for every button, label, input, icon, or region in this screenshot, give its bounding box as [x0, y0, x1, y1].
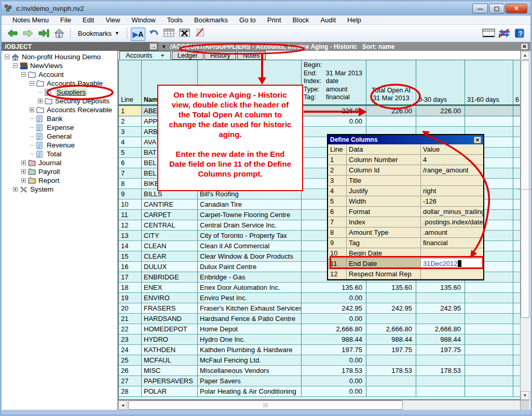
forward-icon[interactable] [21, 26, 35, 40]
line-number-cell[interactable]: 1 [119, 106, 142, 116]
tree-item-report[interactable]: Report [2, 176, 117, 185]
dialog-data-cell[interactable]: Title [347, 176, 421, 186]
days-61-cell[interactable] [513, 147, 520, 157]
days-31-60-cell[interactable] [465, 116, 513, 126]
undo-icon[interactable] [146, 25, 161, 39]
dialog-value-cell[interactable]: /range_amount [421, 165, 483, 176]
goto-last-icon[interactable] [36, 26, 51, 40]
days-0-30-cell[interactable] [416, 386, 465, 396]
new-tab-icon[interactable]: + [161, 52, 165, 59]
tree-expander-plus-icon[interactable] [38, 99, 43, 103]
total-open-cell[interactable]: 135.60 [366, 283, 416, 292]
dialog-data-cell[interactable]: Respect Normal Rep [347, 269, 421, 279]
line-number-cell[interactable]: 22 [119, 324, 142, 334]
description-cell[interactable]: Kathden Plumbing & Hardware [198, 345, 302, 355]
total-open-cell[interactable] [366, 376, 416, 386]
description-cell[interactable]: Paper Savers [198, 376, 302, 386]
line-number-cell[interactable]: 15 [119, 251, 142, 261]
dialog-line-cell[interactable]: 5 [328, 196, 347, 207]
line-number-cell[interactable]: 19 [119, 293, 142, 303]
menu-item-tools[interactable]: Tools [161, 16, 188, 25]
tree-item-accounts-payable[interactable]: Accounts Payable [2, 79, 117, 88]
tree-expander-minus-icon[interactable] [13, 63, 18, 68]
description-cell[interactable]: McFaul Fencing Ltd. [198, 355, 302, 365]
dialog-data-cell[interactable]: Column Id [347, 165, 421, 176]
description-cell[interactable]: Polar Heating & Air Conditioning [198, 386, 302, 396]
days-31-60-cell[interactable] [465, 366, 513, 375]
days-61-cell[interactable] [513, 251, 520, 261]
dialog-line-cell[interactable]: 6 [328, 207, 347, 217]
name-cell[interactable]: POLAR [142, 386, 198, 396]
days-61-column-header[interactable]: 6 [513, 60, 520, 104]
menu-item-window[interactable]: Window [126, 16, 161, 25]
tree-expander-plus-icon[interactable] [30, 108, 34, 112]
help-icon[interactable]: ? [512, 26, 527, 40]
days-0-30-cell[interactable] [416, 376, 465, 386]
menu-item-help[interactable]: Help [342, 16, 367, 25]
dialog-line-cell[interactable]: 9 [328, 238, 347, 248]
name-cell[interactable]: HOMEDEPOT [142, 324, 198, 334]
bookmarks-dropdown-button[interactable]: Bookmarks ▼ [74, 29, 124, 38]
dialog-value-cell[interactable]: dollar_minus_trailing [421, 207, 483, 217]
name-cell[interactable]: CANTIRE [142, 199, 198, 209]
line-number-cell[interactable]: 2 [119, 116, 142, 126]
dialog-data-cell[interactable]: Column Number [347, 155, 421, 165]
amount-cell[interactable]: 0.00 [302, 355, 366, 365]
dialog-data-cell[interactable]: Width [347, 196, 421, 207]
dialog-value-cell[interactable] [421, 176, 483, 186]
days-31-60-cell[interactable] [465, 293, 513, 303]
description-cell[interactable]: Fraser's Kitchen Exhaust Services [198, 303, 302, 313]
name-cell[interactable]: ENBRIDGE [142, 272, 198, 282]
dialog-data-cell[interactable]: Justify [347, 186, 421, 196]
tree-item-revenue[interactable]: Revenue [2, 141, 117, 150]
amount-cell[interactable]: 0.00 [302, 386, 366, 396]
name-cell[interactable]: CLEAN [142, 241, 198, 251]
find-account-icon[interactable]: ▶A [131, 28, 145, 41]
days-0-30-cell[interactable]: 2,666.80 [416, 324, 465, 334]
days-61-cell[interactable] [513, 199, 520, 209]
line-number-cell[interactable]: 9 [119, 189, 142, 199]
description-cell[interactable]: Dulux Paint Centre [198, 262, 302, 272]
tree-item-expense[interactable]: Expense [2, 123, 117, 132]
name-cell[interactable]: ENEX [142, 283, 198, 292]
amount-cell[interactable]: 0.00 [302, 314, 366, 324]
days-61-cell[interactable] [513, 231, 520, 240]
menu-item-go-to[interactable]: Go to [234, 16, 262, 25]
menu-item-bookmarks[interactable]: Bookmarks [188, 16, 234, 25]
tree-item-security-deposits[interactable]: Security Deposits [2, 97, 117, 105]
days-31-60-cell[interactable] [465, 324, 513, 334]
days-61-cell[interactable] [513, 293, 520, 303]
total-open-cell[interactable]: 178.53 [366, 366, 416, 375]
days-31-60-cell[interactable] [465, 303, 513, 313]
tab-history[interactable]: History [204, 51, 236, 60]
menu-item-edit[interactable]: Edit [77, 16, 100, 25]
tab-notes[interactable]: Notes [237, 51, 266, 60]
home-icon[interactable] [52, 26, 66, 40]
minimize-button[interactable]: — [472, 4, 488, 14]
maximize-button[interactable]: ▢ [489, 4, 504, 14]
total-open-cell[interactable]: 197.75 [366, 345, 416, 355]
days-31-60-cell[interactable] [465, 355, 513, 365]
description-cell[interactable]: Clear Window & Door Products [198, 251, 302, 261]
dialog-value-cell[interactable]: -126 [421, 196, 483, 207]
dialog-close-icon[interactable]: ✕ [474, 137, 481, 143]
vertical-scrollbar[interactable]: ▲ ▼ [520, 51, 529, 400]
amount-cell[interactable]: 135.60 [302, 283, 366, 292]
back-icon[interactable] [5, 26, 20, 40]
dialog-value-cell[interactable]: financial [421, 238, 483, 248]
tree-item-journal[interactable]: Journal [2, 158, 117, 167]
tree-expander-minus-icon[interactable] [30, 81, 34, 86]
menu-item-view[interactable]: View [100, 16, 126, 25]
tree-item-suppliers[interactable]: Suppliers [2, 88, 117, 97]
days-61-cell[interactable] [513, 314, 520, 324]
days-0-30-cell[interactable] [416, 314, 465, 324]
name-cell[interactable]: CLEAR [142, 251, 198, 261]
total-open-at-column-header[interactable]: Total Open At31 Mar 2013 [366, 60, 416, 104]
scroll-up-icon[interactable]: ▲ [521, 51, 529, 60]
line-number-cell[interactable]: 11 [119, 210, 142, 220]
dialog-value-cell[interactable]: 4 [421, 155, 483, 165]
description-cell[interactable]: Enbridge - Gas [198, 272, 302, 282]
description-cell[interactable]: Central Drain Service Inc. [198, 220, 302, 230]
days-0-30-cell[interactable] [416, 355, 465, 365]
name-cell[interactable]: MISC [142, 366, 198, 375]
